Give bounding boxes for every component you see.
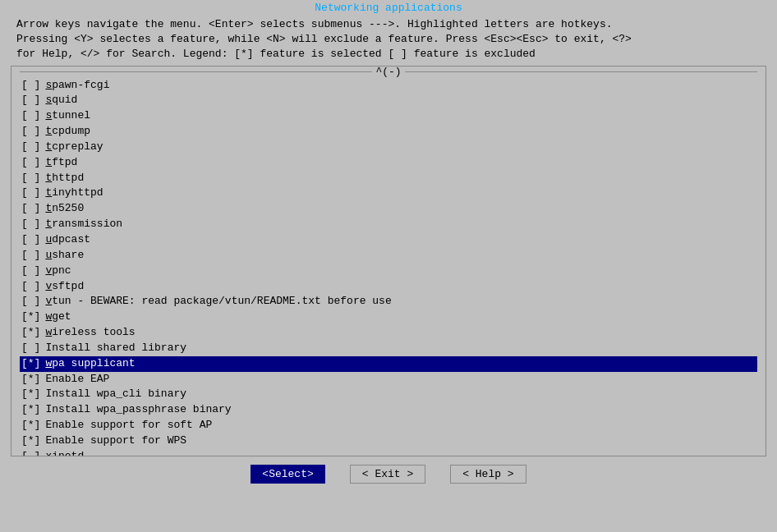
item-label: udpcast: [45, 232, 90, 248]
list-item[interactable]: [*] wireless tools: [20, 325, 757, 341]
item-checkbox: [*]: [21, 418, 40, 433]
list-item[interactable]: [ ] Install shared library: [20, 341, 757, 356]
item-label: tcpdump: [45, 124, 90, 140]
item-checkbox: [ ]: [21, 264, 40, 279]
item-checkbox: [*]: [21, 402, 40, 418]
window-title: Networking applications: [0, 0, 777, 16]
item-label: tn5250: [45, 201, 84, 217]
item-label: wpa supplicant: [45, 356, 135, 372]
item-list: [ ] spawn-fcgi[ ] squid[ ] stunnel[ ] tc…: [11, 78, 766, 456]
item-label: wireless tools: [45, 325, 135, 341]
item-checkbox: [ ]: [21, 140, 40, 155]
list-item[interactable]: [*] wpa supplicant: [20, 356, 757, 372]
item-label: Enable support for WPS: [45, 433, 186, 449]
list-item[interactable]: [ ] spawn-fcgi: [20, 78, 757, 94]
item-checkbox: [ ]: [21, 155, 40, 171]
item-checkbox: [ ]: [21, 171, 40, 186]
instruction-line-1: Arrow keys navigate the menu. <Enter> se…: [16, 17, 761, 32]
item-label: squid: [45, 93, 77, 108]
item-label: Enable EAP: [45, 372, 109, 388]
item-label: Install wpa_cli binary: [45, 387, 186, 402]
item-label: vpnc: [45, 264, 71, 279]
item-label: Enable support for soft AP: [45, 418, 212, 433]
item-checkbox: [ ]: [21, 449, 40, 456]
list-item[interactable]: [*] Enable support for WPS: [20, 433, 757, 449]
item-label: transmission: [45, 217, 122, 232]
panel-title-line-left: [20, 71, 372, 72]
item-label: xinetd: [45, 449, 84, 456]
list-item[interactable]: [ ] xinetd: [20, 449, 757, 456]
item-checkbox: [ ]: [21, 201, 40, 217]
list-item[interactable]: [ ] stunnel: [20, 108, 757, 124]
item-checkbox: [*]: [21, 325, 40, 341]
list-item[interactable]: [ ] tcpreplay: [20, 140, 757, 155]
panel-title-line-right: [405, 71, 757, 72]
item-label: wget: [45, 310, 71, 325]
item-checkbox: [ ]: [21, 232, 40, 248]
item-label: vsftpd: [45, 279, 84, 295]
list-item[interactable]: [ ] transmission: [20, 217, 757, 232]
exit-button[interactable]: < Exit >: [350, 465, 425, 484]
item-label: Install shared library: [45, 341, 186, 356]
item-label: spawn-fcgi: [45, 78, 109, 94]
help-button[interactable]: < Help >: [450, 465, 526, 484]
item-checkbox: [*]: [21, 356, 40, 372]
item-checkbox: [ ]: [21, 78, 40, 94]
instruction-line-3: for Help, </> for Search. Legend: [*] fe…: [16, 47, 761, 62]
item-checkbox: [ ]: [21, 124, 40, 140]
main-panel: ^(-) [ ] spawn-fcgi[ ] squid[ ] stunnel[…: [11, 66, 766, 456]
list-item[interactable]: [*] Enable support for soft AP: [20, 418, 757, 433]
item-label: Install wpa_passphrase binary: [45, 402, 231, 418]
item-checkbox: [*]: [21, 433, 40, 449]
item-label: thttpd: [45, 171, 84, 186]
item-checkbox: [ ]: [21, 294, 40, 310]
list-item[interactable]: [ ] vpnc: [20, 264, 757, 279]
item-checkbox: [ ]: [21, 108, 40, 124]
list-item[interactable]: [ ] tcpdump: [20, 124, 757, 140]
item-checkbox: [ ]: [21, 279, 40, 295]
item-label: tcpreplay: [45, 140, 103, 155]
item-label: stunnel: [45, 108, 90, 124]
item-label: tinyhttpd: [45, 186, 103, 201]
list-item[interactable]: [ ] squid: [20, 93, 757, 108]
item-checkbox: [ ]: [21, 186, 40, 201]
item-checkbox: [ ]: [21, 248, 40, 264]
instruction-line-2: Pressing <Y> selectes a feature, while <…: [16, 32, 761, 47]
list-item[interactable]: [ ] udpcast: [20, 232, 757, 248]
item-checkbox: [ ]: [21, 93, 40, 108]
list-item[interactable]: [ ] tftpd: [20, 155, 757, 171]
instructions-block: Arrow keys navigate the menu. <Enter> se…: [0, 16, 777, 66]
item-checkbox: [*]: [21, 372, 40, 388]
list-item[interactable]: [ ] vsftpd: [20, 279, 757, 295]
footer-buttons: <Select> < Exit > < Help >: [251, 456, 526, 490]
item-checkbox: [ ]: [21, 341, 40, 356]
list-item[interactable]: [ ] vtun - BEWARE: read package/vtun/REA…: [20, 294, 757, 310]
list-item[interactable]: [*] wget: [20, 310, 757, 325]
item-checkbox: [ ]: [21, 217, 40, 232]
item-checkbox: [*]: [21, 310, 40, 325]
select-button[interactable]: <Select>: [251, 465, 324, 484]
item-label: tftpd: [45, 155, 77, 171]
list-item[interactable]: [ ] tn5250: [20, 201, 757, 217]
list-item[interactable]: [*] Install wpa_cli binary: [20, 387, 757, 402]
item-label: ushare: [45, 248, 84, 264]
item-checkbox: [*]: [21, 387, 40, 402]
list-item[interactable]: [*] Install wpa_passphrase binary: [20, 402, 757, 418]
item-label: vtun - BEWARE: read package/vtun/README.…: [45, 294, 391, 310]
list-item[interactable]: [*] Enable EAP: [20, 372, 757, 388]
list-item[interactable]: [ ] tinyhttpd: [20, 186, 757, 201]
list-item[interactable]: [ ] ushare: [20, 248, 757, 264]
panel-title-row: ^(-): [11, 66, 766, 78]
list-item[interactable]: [ ] thttpd: [20, 171, 757, 186]
panel-title-text: ^(-): [372, 66, 404, 78]
